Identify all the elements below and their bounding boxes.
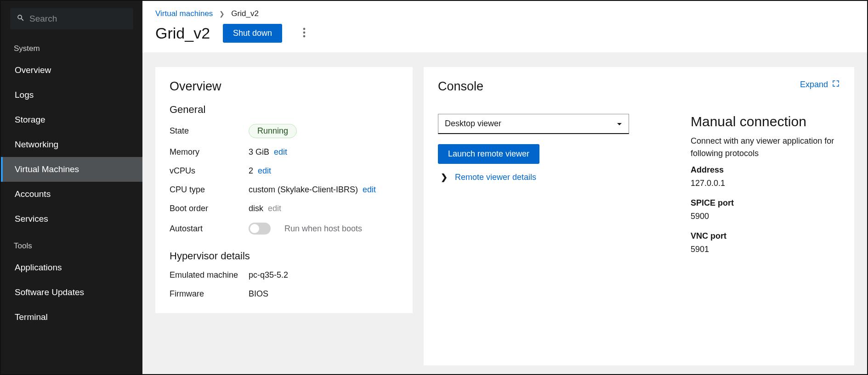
memory-value: 3 GiB xyxy=(249,147,269,157)
svg-point-1 xyxy=(303,31,306,34)
vnc-port-label: VNC port xyxy=(691,231,840,241)
remote-viewer-details-label: Remote viewer details xyxy=(455,173,536,182)
memory-label: Memory xyxy=(170,147,249,157)
row-boot-order: Boot order disk edit xyxy=(170,204,398,213)
expand-icon xyxy=(832,79,840,90)
viewer-select-value: Desktop viewer xyxy=(445,119,501,129)
sidebar-item-networking[interactable]: Networking xyxy=(1,132,142,157)
vnc-port-value: 5901 xyxy=(691,245,840,254)
breadcrumb: Virtual machines ❯ Grid_v2 xyxy=(155,9,854,18)
sidebar-item-terminal[interactable]: Terminal xyxy=(1,305,142,330)
search-input[interactable] xyxy=(29,14,127,24)
autostart-toggle[interactable] xyxy=(249,223,271,235)
console-card: Console Expand Desktop viewer xyxy=(424,67,854,365)
nav-section-tools: Tools xyxy=(1,231,142,255)
vcpus-value: 2 xyxy=(249,166,253,176)
spice-port-label: SPICE port xyxy=(691,198,840,208)
emulated-machine-value: pc-q35-5.2 xyxy=(249,270,288,280)
sidebar-item-virtual-machines[interactable]: Virtual Machines xyxy=(1,157,142,182)
boot-order-label: Boot order xyxy=(170,204,249,213)
row-vcpus: vCPUs 2 edit xyxy=(170,166,398,176)
sidebar-item-software-updates[interactable]: Software Updates xyxy=(1,280,142,305)
sidebar-item-services[interactable]: Services xyxy=(1,207,142,231)
cpu-type-value: custom (Skylake-Client-IBRS) xyxy=(249,185,358,195)
console-left: Desktop viewer Launch remote viewer ❯ Re… xyxy=(438,114,663,264)
overview-card: Overview General State Running Memory 3 … xyxy=(155,67,413,313)
row-autostart: Autostart Run when host boots xyxy=(170,223,398,235)
state-badge: Running xyxy=(249,124,297,138)
caret-down-icon xyxy=(617,119,622,129)
sidebar-item-storage[interactable]: Storage xyxy=(1,107,142,132)
spice-port-value: 5900 xyxy=(691,212,840,221)
chevron-right-icon: ❯ xyxy=(219,10,225,17)
boot-order-edit-link: edit xyxy=(268,204,281,213)
expand-button[interactable]: Expand xyxy=(800,79,840,90)
search-box[interactable] xyxy=(10,8,133,29)
sidebar-item-applications[interactable]: Applications xyxy=(1,255,142,280)
top-bar: Virtual machines ❯ Grid_v2 Grid_v2 Shut … xyxy=(142,1,867,52)
console-title: Console xyxy=(438,79,483,94)
autostart-desc: Run when host boots xyxy=(284,224,362,234)
hypervisor-title: Hypervisor details xyxy=(170,250,398,262)
sidebar: System Overview Logs Storage Networking … xyxy=(1,1,142,374)
expand-label: Expand xyxy=(800,80,828,90)
content-area: Overview General State Running Memory 3 … xyxy=(142,52,867,374)
vcpus-edit-link[interactable]: edit xyxy=(258,166,271,176)
row-firmware: Firmware BIOS xyxy=(170,289,398,299)
shutdown-button[interactable]: Shut down xyxy=(223,24,282,43)
row-emulated-machine: Emulated machine pc-q35-5.2 xyxy=(170,270,398,280)
title-row: Grid_v2 Shut down xyxy=(155,24,854,43)
autostart-label: Autostart xyxy=(170,224,249,234)
console-right: Manual connection Connect with any viewe… xyxy=(691,114,840,264)
state-label: State xyxy=(170,126,249,136)
sidebar-item-logs[interactable]: Logs xyxy=(1,83,142,107)
kebab-icon xyxy=(303,28,306,39)
remote-viewer-details-toggle[interactable]: ❯ Remote viewer details xyxy=(441,172,663,182)
page-title: Grid_v2 xyxy=(155,24,210,42)
memory-edit-link[interactable]: edit xyxy=(274,147,287,157)
row-memory: Memory 3 GiB edit xyxy=(170,147,398,157)
firmware-label: Firmware xyxy=(170,289,249,299)
svg-point-2 xyxy=(303,35,306,37)
breadcrumb-parent[interactable]: Virtual machines xyxy=(155,9,213,18)
cpu-type-label: CPU type xyxy=(170,185,249,195)
general-title: General xyxy=(170,104,398,116)
cpu-type-edit-link[interactable]: edit xyxy=(363,185,376,195)
chevron-right-icon: ❯ xyxy=(441,172,448,182)
manual-connection-title: Manual connection xyxy=(691,114,840,129)
emulated-machine-label: Emulated machine xyxy=(170,270,249,280)
search-icon xyxy=(17,14,25,24)
vcpus-label: vCPUs xyxy=(170,166,249,176)
nav-section-system: System xyxy=(1,34,142,58)
manual-connection-desc: Connect with any viewer application for … xyxy=(691,135,840,160)
address-value: 127.0.0.1 xyxy=(691,179,840,188)
firmware-value: BIOS xyxy=(249,289,268,299)
overview-title: Overview xyxy=(170,79,398,94)
breadcrumb-current: Grid_v2 xyxy=(231,9,259,18)
address-label: Address xyxy=(691,165,840,175)
launch-remote-viewer-button[interactable]: Launch remote viewer xyxy=(438,144,539,164)
sidebar-item-overview[interactable]: Overview xyxy=(1,58,142,83)
sidebar-search-wrap xyxy=(1,1,142,34)
row-state: State Running xyxy=(170,124,398,138)
boot-order-value: disk xyxy=(249,204,263,213)
kebab-menu-button[interactable] xyxy=(295,24,313,43)
svg-point-0 xyxy=(303,28,306,30)
main-area: Virtual machines ❯ Grid_v2 Grid_v2 Shut … xyxy=(142,1,867,374)
sidebar-item-accounts[interactable]: Accounts xyxy=(1,182,142,207)
viewer-select[interactable]: Desktop viewer xyxy=(438,114,629,134)
row-cpu-type: CPU type custom (Skylake-Client-IBRS) ed… xyxy=(170,185,398,195)
